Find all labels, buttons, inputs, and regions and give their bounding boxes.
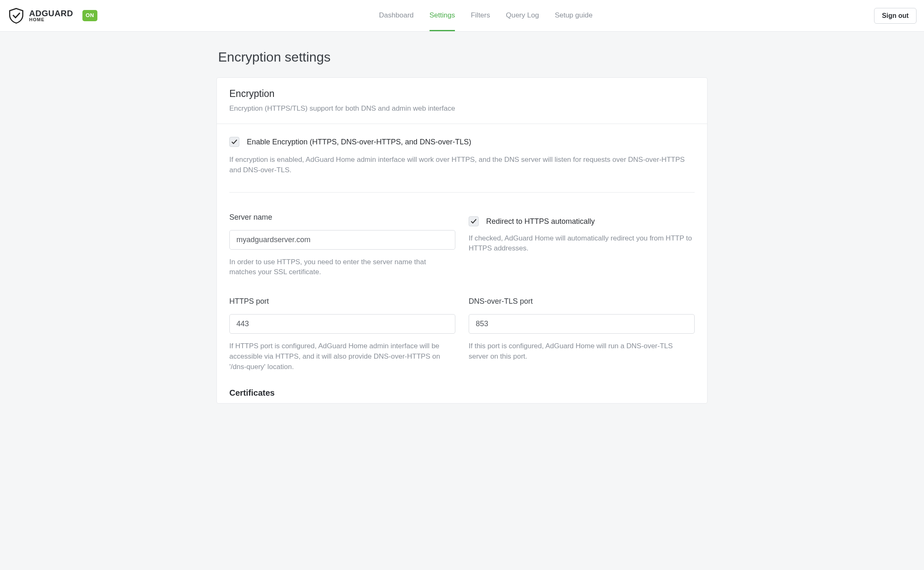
encryption-card: Encryption Encryption (HTTPS/TLS) suppor…: [216, 77, 708, 404]
brand-text: ADGUARD HOME: [29, 9, 73, 22]
https-port-help: If HTTPS port is configured, AdGuard Hom…: [229, 341, 454, 372]
dot-port-help: If this port is configured, AdGuard Home…: [469, 341, 693, 362]
enable-encryption-help: If encryption is enabled, AdGuard Home a…: [229, 155, 687, 175]
brand: ADGUARD HOME ON: [7, 7, 97, 25]
certificates-heading: Certificates: [229, 387, 695, 399]
https-port-label: HTTPS port: [229, 296, 455, 307]
server-name-help: In order to use HTTPS, you need to enter…: [229, 257, 454, 278]
page-title: Encryption settings: [216, 47, 708, 67]
checkmark-icon: [470, 218, 477, 225]
nav-query-log[interactable]: Query Log: [506, 0, 539, 31]
dot-port-input[interactable]: [469, 314, 695, 334]
main-nav: Dashboard Settings Filters Query Log Set…: [97, 0, 874, 31]
nav-settings[interactable]: Settings: [430, 0, 455, 31]
redirect-https-help: If checked, AdGuard Home will automatica…: [469, 233, 693, 254]
dot-port-label: DNS-over-TLS port: [469, 296, 695, 307]
status-on-badge: ON: [82, 10, 98, 21]
brand-sub: HOME: [29, 17, 73, 22]
card-body: Enable Encryption (HTTPS, DNS-over-HTTPS…: [217, 124, 707, 403]
enable-encryption-row: Enable Encryption (HTTPS, DNS-over-HTTPS…: [229, 136, 695, 147]
top-bar: ADGUARD HOME ON Dashboard Settings Filte…: [0, 0, 924, 32]
nav-filters[interactable]: Filters: [471, 0, 490, 31]
card-header: Encryption Encryption (HTTPS/TLS) suppor…: [217, 78, 707, 124]
card-subtitle: Encryption (HTTPS/TLS) support for both …: [229, 104, 695, 114]
https-port-input[interactable]: [229, 314, 455, 334]
sign-out-button[interactable]: Sign out: [874, 8, 917, 24]
redirect-field: Redirect to HTTPS automatically If check…: [469, 212, 695, 278]
redirect-https-label: Redirect to HTTPS automatically: [486, 216, 595, 227]
redirect-https-checkbox[interactable]: [469, 216, 479, 226]
nav-dashboard[interactable]: Dashboard: [379, 0, 414, 31]
server-name-field: Server name In order to use HTTPS, you n…: [229, 212, 455, 278]
enable-encryption-label: Enable Encryption (HTTPS, DNS-over-HTTPS…: [247, 136, 471, 147]
nav-setup-guide[interactable]: Setup guide: [555, 0, 593, 31]
brand-name: ADGUARD: [29, 9, 73, 17]
https-port-field: HTTPS port If HTTPS port is configured, …: [229, 296, 455, 372]
shield-check-icon: [7, 7, 25, 25]
page: Encryption settings Encryption Encryptio…: [216, 32, 708, 429]
dot-port-field: DNS-over-TLS port If this port is config…: [469, 296, 695, 372]
divider: [229, 192, 695, 193]
checkmark-icon: [231, 139, 238, 145]
server-name-input[interactable]: [229, 230, 455, 250]
enable-encryption-checkbox[interactable]: [229, 137, 239, 147]
card-title: Encryption: [229, 87, 695, 101]
server-name-label: Server name: [229, 212, 455, 223]
